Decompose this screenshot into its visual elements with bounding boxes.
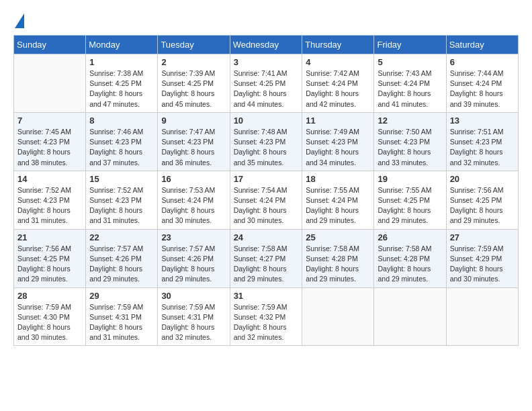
day-number: 21 <box>17 232 82 242</box>
day-info: Sunrise: 7:43 AMSunset: 4:24 PMDaylight:… <box>378 68 442 109</box>
day-info: Sunrise: 7:45 AMSunset: 4:23 PMDaylight:… <box>17 127 82 168</box>
weekday-header-sunday: Sunday <box>14 36 86 54</box>
day-info: Sunrise: 7:52 AMSunset: 4:23 PMDaylight:… <box>17 185 82 226</box>
day-info: Sunrise: 7:50 AMSunset: 4:23 PMDaylight:… <box>378 127 442 168</box>
day-info: Sunrise: 7:52 AMSunset: 4:23 PMDaylight:… <box>89 185 154 226</box>
day-info: Sunrise: 7:56 AMSunset: 4:25 PMDaylight:… <box>17 244 82 285</box>
calendar-cell: 8Sunrise: 7:46 AMSunset: 4:23 PMDaylight… <box>86 112 158 171</box>
calendar-cell: 19Sunrise: 7:55 AMSunset: 4:25 PMDayligh… <box>374 171 446 229</box>
day-info: Sunrise: 7:42 AMSunset: 4:24 PMDaylight:… <box>306 68 370 109</box>
calendar-cell <box>374 287 446 346</box>
calendar-week-row: 28Sunrise: 7:59 AMSunset: 4:30 PMDayligh… <box>14 287 519 346</box>
day-info: Sunrise: 7:59 AMSunset: 4:29 PMDaylight:… <box>450 244 515 285</box>
day-info: Sunrise: 7:49 AMSunset: 4:23 PMDaylight:… <box>306 127 370 168</box>
day-number: 12 <box>378 116 442 126</box>
day-info: Sunrise: 7:56 AMSunset: 4:25 PMDaylight:… <box>450 185 515 226</box>
calendar-cell: 10Sunrise: 7:48 AMSunset: 4:23 PMDayligh… <box>230 112 302 171</box>
day-number: 5 <box>378 57 442 67</box>
calendar-cell: 23Sunrise: 7:57 AMSunset: 4:26 PMDayligh… <box>158 229 230 287</box>
day-info: Sunrise: 7:44 AMSunset: 4:24 PMDaylight:… <box>450 68 515 109</box>
logo <box>13 13 24 28</box>
calendar-table: SundayMondayTuesdayWednesdayThursdayFrid… <box>13 35 519 346</box>
day-number: 2 <box>161 57 226 67</box>
calendar-cell: 31Sunrise: 7:59 AMSunset: 4:32 PMDayligh… <box>230 287 302 346</box>
calendar-cell: 17Sunrise: 7:54 AMSunset: 4:24 PMDayligh… <box>230 171 302 229</box>
day-number: 28 <box>17 291 82 301</box>
day-number: 15 <box>89 174 154 184</box>
day-number: 31 <box>234 291 299 301</box>
calendar-week-row: 21Sunrise: 7:56 AMSunset: 4:25 PMDayligh… <box>14 229 519 287</box>
day-info: Sunrise: 7:59 AMSunset: 4:32 PMDaylight:… <box>234 302 299 343</box>
calendar-cell: 28Sunrise: 7:59 AMSunset: 4:30 PMDayligh… <box>14 287 86 346</box>
weekday-header-friday: Friday <box>374 36 446 54</box>
calendar-header-row: SundayMondayTuesdayWednesdayThursdayFrid… <box>14 36 519 54</box>
calendar-cell <box>446 287 518 346</box>
day-number: 4 <box>306 57 370 67</box>
day-number: 1 <box>89 57 154 67</box>
day-info: Sunrise: 7:57 AMSunset: 4:26 PMDaylight:… <box>89 244 154 285</box>
day-info: Sunrise: 7:47 AMSunset: 4:23 PMDaylight:… <box>161 127 226 168</box>
day-number: 30 <box>161 291 226 301</box>
weekday-header-thursday: Thursday <box>302 36 374 54</box>
calendar-cell: 7Sunrise: 7:45 AMSunset: 4:23 PMDaylight… <box>14 112 86 171</box>
day-info: Sunrise: 7:57 AMSunset: 4:26 PMDaylight:… <box>161 244 226 285</box>
calendar-cell: 2Sunrise: 7:39 AMSunset: 4:25 PMDaylight… <box>158 54 230 113</box>
day-number: 18 <box>306 174 370 184</box>
calendar-cell: 15Sunrise: 7:52 AMSunset: 4:23 PMDayligh… <box>86 171 158 229</box>
calendar-cell: 9Sunrise: 7:47 AMSunset: 4:23 PMDaylight… <box>158 112 230 171</box>
calendar-cell: 4Sunrise: 7:42 AMSunset: 4:24 PMDaylight… <box>302 54 374 113</box>
calendar-cell: 18Sunrise: 7:55 AMSunset: 4:24 PMDayligh… <box>302 171 374 229</box>
calendar-cell <box>302 287 374 346</box>
day-number: 17 <box>234 174 299 184</box>
calendar-week-row: 7Sunrise: 7:45 AMSunset: 4:23 PMDaylight… <box>14 112 519 171</box>
calendar-cell: 1Sunrise: 7:38 AMSunset: 4:25 PMDaylight… <box>86 54 158 113</box>
day-number: 29 <box>89 291 154 301</box>
day-number: 8 <box>89 116 154 126</box>
day-number: 14 <box>17 174 82 184</box>
day-info: Sunrise: 7:55 AMSunset: 4:25 PMDaylight:… <box>378 185 442 226</box>
weekday-header-saturday: Saturday <box>446 36 518 54</box>
calendar-week-row: 14Sunrise: 7:52 AMSunset: 4:23 PMDayligh… <box>14 171 519 229</box>
logo-triangle-icon <box>15 13 24 28</box>
calendar-cell: 3Sunrise: 7:41 AMSunset: 4:25 PMDaylight… <box>230 54 302 113</box>
day-number: 10 <box>234 116 299 126</box>
day-info: Sunrise: 7:55 AMSunset: 4:24 PMDaylight:… <box>306 185 370 226</box>
day-info: Sunrise: 7:53 AMSunset: 4:24 PMDaylight:… <box>161 185 226 226</box>
day-number: 27 <box>450 232 515 242</box>
day-number: 11 <box>306 116 370 126</box>
calendar-cell: 14Sunrise: 7:52 AMSunset: 4:23 PMDayligh… <box>14 171 86 229</box>
calendar-cell: 22Sunrise: 7:57 AMSunset: 4:26 PMDayligh… <box>86 229 158 287</box>
day-number: 16 <box>161 174 226 184</box>
day-info: Sunrise: 7:58 AMSunset: 4:27 PMDaylight:… <box>234 244 299 285</box>
calendar-cell: 25Sunrise: 7:58 AMSunset: 4:28 PMDayligh… <box>302 229 374 287</box>
day-number: 7 <box>17 116 82 126</box>
day-number: 24 <box>234 232 299 242</box>
day-number: 6 <box>450 57 515 67</box>
calendar-cell: 29Sunrise: 7:59 AMSunset: 4:31 PMDayligh… <box>86 287 158 346</box>
weekday-header-monday: Monday <box>86 36 158 54</box>
day-info: Sunrise: 7:38 AMSunset: 4:25 PMDaylight:… <box>89 68 154 109</box>
day-info: Sunrise: 7:41 AMSunset: 4:25 PMDaylight:… <box>234 68 299 109</box>
day-number: 26 <box>378 232 442 242</box>
weekday-header-tuesday: Tuesday <box>158 36 230 54</box>
calendar-cell <box>14 54 86 113</box>
day-info: Sunrise: 7:59 AMSunset: 4:30 PMDaylight:… <box>17 302 82 343</box>
calendar-cell: 12Sunrise: 7:50 AMSunset: 4:23 PMDayligh… <box>374 112 446 171</box>
calendar-cell: 24Sunrise: 7:58 AMSunset: 4:27 PMDayligh… <box>230 229 302 287</box>
calendar-cell: 5Sunrise: 7:43 AMSunset: 4:24 PMDaylight… <box>374 54 446 113</box>
calendar-cell: 16Sunrise: 7:53 AMSunset: 4:24 PMDayligh… <box>158 171 230 229</box>
calendar-cell: 20Sunrise: 7:56 AMSunset: 4:25 PMDayligh… <box>446 171 518 229</box>
day-info: Sunrise: 7:54 AMSunset: 4:24 PMDaylight:… <box>234 185 299 226</box>
calendar-cell: 13Sunrise: 7:51 AMSunset: 4:23 PMDayligh… <box>446 112 518 171</box>
day-number: 9 <box>161 116 226 126</box>
day-number: 25 <box>306 232 370 242</box>
day-info: Sunrise: 7:58 AMSunset: 4:28 PMDaylight:… <box>306 244 370 285</box>
day-info: Sunrise: 7:59 AMSunset: 4:31 PMDaylight:… <box>89 302 154 343</box>
day-info: Sunrise: 7:51 AMSunset: 4:23 PMDaylight:… <box>450 127 515 168</box>
day-number: 3 <box>234 57 299 67</box>
day-info: Sunrise: 7:48 AMSunset: 4:23 PMDaylight:… <box>234 127 299 168</box>
calendar-cell: 27Sunrise: 7:59 AMSunset: 4:29 PMDayligh… <box>446 229 518 287</box>
calendar-week-row: 1Sunrise: 7:38 AMSunset: 4:25 PMDaylight… <box>14 54 519 113</box>
day-number: 23 <box>161 232 226 242</box>
page-header <box>13 13 519 28</box>
